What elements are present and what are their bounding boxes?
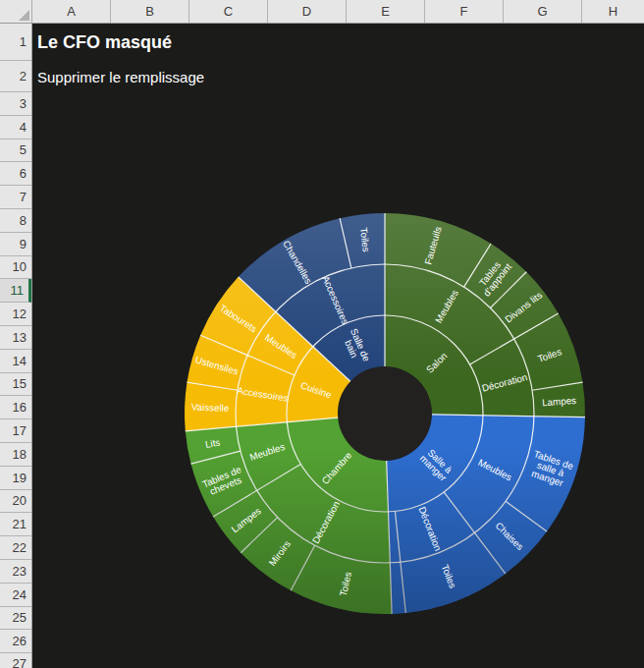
row-header-16[interactable]: 16 [0, 396, 31, 419]
select-all-button[interactable] [0, 0, 32, 23]
sunburst-hole [338, 366, 432, 461]
row-header-19[interactable]: 19 [0, 467, 31, 490]
row-header-1[interactable]: 1 [0, 24, 31, 61]
row-header-22[interactable]: 22 [0, 536, 31, 560]
column-header-E[interactable]: E [347, 0, 425, 23]
row-header-4[interactable]: 4 [0, 116, 31, 139]
row-header-14[interactable]: 14 [0, 350, 31, 373]
row-header-10[interactable]: 10 [0, 256, 31, 280]
row-header-25[interactable]: 25 [0, 607, 31, 631]
cell-a1-title[interactable]: Le CFO masqué [37, 24, 172, 61]
row-header-17[interactable]: 17 [0, 419, 31, 443]
row-header-8[interactable]: 8 [0, 209, 31, 233]
row-header-23[interactable]: 23 [0, 560, 31, 584]
segment-label-vaisselle: Vaisselle [191, 402, 230, 414]
column-header-F[interactable]: F [425, 0, 504, 23]
row-header-column: 1234567891011121314151617181920212223242… [0, 24, 32, 668]
row-header-6[interactable]: 6 [0, 162, 31, 186]
column-header-D[interactable]: D [268, 0, 347, 23]
row-header-3[interactable]: 3 [0, 92, 31, 116]
row-header-13[interactable]: 13 [0, 326, 31, 350]
sunburst-chart[interactable]: SalonSalle àmangerChambreCuisineSalle de… [183, 211, 587, 616]
row-header-7[interactable]: 7 [0, 186, 31, 209]
row-header-18[interactable]: 18 [0, 443, 31, 467]
row-header-26[interactable]: 26 [0, 630, 31, 653]
column-header-C[interactable]: C [189, 0, 268, 23]
column-header-row: ABCDEFGH [0, 0, 644, 24]
row-header-2[interactable]: 2 [0, 61, 31, 92]
row-header-24[interactable]: 24 [0, 584, 31, 607]
column-header-A[interactable]: A [32, 0, 111, 23]
column-headers: ABCDEFGH [32, 0, 644, 23]
column-header-G[interactable]: G [504, 0, 582, 23]
sheet-grid[interactable]: Le CFO masqué Supprimer le remplissage S… [32, 24, 644, 668]
select-all-triangle-icon [19, 10, 29, 21]
column-header-H[interactable]: H [582, 0, 644, 23]
row-header-21[interactable]: 21 [0, 513, 31, 536]
cell-a2-subtitle[interactable]: Supprimer le remplissage [37, 61, 204, 92]
column-header-B[interactable]: B [111, 0, 189, 23]
row-header-12[interactable]: 12 [0, 303, 31, 326]
row-header-9[interactable]: 9 [0, 233, 31, 256]
row-header-5[interactable]: 5 [0, 139, 31, 163]
row-header-20[interactable]: 20 [0, 490, 31, 514]
row-header-15[interactable]: 15 [0, 373, 31, 397]
row-header-11[interactable]: 11 [0, 279, 31, 303]
row-header-27[interactable]: 27 [0, 653, 31, 668]
